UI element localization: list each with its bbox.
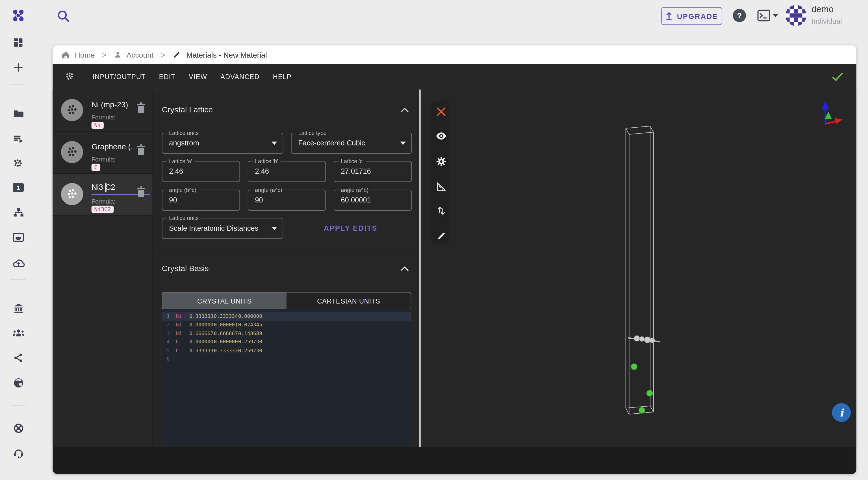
lattice-c-input[interactable]: Lattice 'c' 27.01716 (334, 161, 412, 182)
home-icon[interactable] (61, 50, 70, 59)
formula-chip: Ni (92, 122, 104, 129)
designer-content: Ni (mp-23) Formula: Ni Gr (53, 90, 856, 447)
breadcrumb-account[interactable]: Account (127, 50, 154, 59)
svg-text:1: 1 (17, 184, 20, 191)
materials-designer-app: 1 (0, 0, 868, 480)
angle-ab-input[interactable]: angle (a^b) 60.00001 (334, 190, 412, 211)
lattice-units-select[interactable]: Lattice units angstrom (162, 133, 283, 153)
media-icon[interactable] (11, 230, 25, 244)
crystal-scene[interactable] (421, 90, 857, 447)
explore-wheel-icon[interactable] (11, 421, 25, 435)
molecule-icon (64, 71, 76, 83)
card-bottom-strip (53, 447, 856, 474)
material-thumb (61, 183, 83, 205)
gray-atoms (634, 336, 655, 343)
team-icon[interactable] (11, 326, 25, 340)
jobs-list-icon[interactable] (11, 132, 25, 146)
search-icon[interactable] (56, 9, 70, 23)
materials-list: Ni (mp-23) Formula: Ni Gr (53, 90, 153, 447)
person-icon[interactable] (114, 50, 122, 59)
menu-help[interactable]: HELP (273, 73, 291, 81)
globe-icon[interactable] (11, 376, 25, 390)
angle-bc-input[interactable]: angle (b^c) 90 (162, 190, 240, 211)
main-card: Home > Account > Materials - New Materia… (53, 45, 856, 474)
scale-mode-select[interactable]: Lattice units Scale Interatomic Distance… (162, 218, 283, 239)
material-item[interactable]: Ni (mp-23) Formula: Ni (53, 90, 152, 132)
share-icon[interactable] (11, 351, 25, 365)
axes-gizmo (822, 101, 843, 124)
material-thumb (61, 141, 83, 163)
angle-ac-input[interactable]: angle (a^c) 90 (248, 190, 326, 211)
upgrade-button[interactable]: UPGRADE (661, 7, 722, 25)
menu-advanced[interactable]: ADVANCED (220, 73, 259, 81)
chevron-right-icon: > (102, 50, 106, 59)
user-name[interactable]: demo (811, 4, 834, 14)
basis-units-tabs: CRYSTAL UNITS CARTESIAN UNITS (162, 292, 411, 310)
lattice-b-input[interactable]: Lattice 'b' 2.46 (248, 161, 326, 182)
apply-edits-button[interactable]: APPLY EDITS (319, 218, 382, 238)
basis-row[interactable]: 6 (162, 355, 411, 363)
formula-chip: Ni3C2 (92, 206, 114, 213)
material-item[interactable]: Graphene (... Formula: C (53, 132, 152, 174)
menu-input-output[interactable]: INPUT/OUTPUT (93, 73, 146, 81)
material-name[interactable]: Graphene (... (92, 142, 137, 151)
tab-cartesian-units[interactable]: CARTESIAN UNITS (286, 293, 410, 310)
delete-material-icon[interactable] (136, 186, 146, 197)
add-new-icon[interactable] (11, 60, 25, 74)
chevron-right-icon: > (161, 50, 165, 59)
info-button[interactable]: i (832, 403, 851, 422)
terminal-caret-icon[interactable] (773, 14, 778, 17)
material-thumb (61, 99, 83, 121)
rail-divider (11, 406, 25, 406)
chevron-down-icon (272, 227, 277, 230)
basis-row[interactable]: 5 C 0.333333 0.333333 0.259730 (162, 346, 411, 355)
formula-label: Formula: (92, 114, 116, 121)
terminal-icon[interactable] (757, 9, 771, 22)
help-icon[interactable]: ? (733, 9, 746, 22)
bank-icon[interactable] (11, 301, 25, 315)
user-avatar[interactable] (785, 5, 807, 26)
materials-cluster-icon[interactable] (11, 156, 25, 170)
viewer-3d: i (421, 90, 857, 447)
breadcrumb-current: Materials - New Material (186, 50, 267, 59)
delete-material-icon[interactable] (136, 102, 146, 113)
collapse-basis-icon[interactable] (401, 267, 408, 271)
delete-material-icon[interactable] (136, 144, 146, 155)
basis-row[interactable]: 1 Ni 0.333333 0.333334 0.000000 (162, 312, 411, 320)
collapse-lattice-icon[interactable] (401, 108, 408, 112)
swap-axes-icon[interactable] (433, 203, 449, 218)
folder-icon[interactable] (11, 106, 25, 121)
editor-scrollbar[interactable] (419, 90, 421, 447)
settings-gear-icon[interactable] (433, 153, 449, 169)
dashboard-icon[interactable] (11, 35, 25, 50)
rail-divider (11, 84, 25, 85)
basis-row[interactable]: 2 Ni 0.000000 0.000001 0.074345 (162, 320, 411, 329)
lattice-type-select[interactable]: Lattice type Face-centered Cubic (291, 133, 412, 153)
breadcrumb: Home > Account > Materials - New Materia… (53, 45, 856, 64)
visibility-eye-icon[interactable] (433, 128, 449, 144)
cloud-upload-icon[interactable] (11, 255, 25, 270)
support-headset-icon[interactable] (11, 446, 25, 460)
measure-ruler-icon[interactable] (433, 179, 449, 194)
basis-code-editor[interactable]: 1 Ni 0.333333 0.333334 0.000000 2 Ni 0.0… (162, 309, 411, 447)
material-item-selected[interactable]: Ni3 C2 Formula: Ni3C2 (53, 174, 152, 216)
crystal-basis-title: Crystal Basis (162, 264, 209, 272)
material-name[interactable]: Ni (mp-23) (92, 100, 128, 109)
edit-pencil-icon[interactable] (433, 228, 449, 243)
close-icon[interactable] (433, 104, 449, 119)
menu-view[interactable]: VIEW (189, 73, 207, 81)
formula-label: Formula: (92, 156, 116, 163)
rail-divider (11, 279, 25, 280)
one-badge-icon[interactable]: 1 (11, 180, 25, 195)
basis-row[interactable]: 4 C 0.000000 0.000000 0.259730 (162, 338, 411, 346)
mat3ra-logo-icon[interactable] (11, 8, 25, 23)
save-check-icon[interactable] (832, 73, 843, 81)
menu-edit[interactable]: EDIT (159, 73, 176, 81)
workflows-sitemap-icon[interactable] (11, 205, 25, 220)
lattice-a-input[interactable]: Lattice 'a' 2.46 (162, 161, 240, 182)
basis-row[interactable]: 3 Ni 0.666667 0.666667 0.148689 (162, 329, 411, 337)
section-divider (153, 251, 421, 252)
tab-crystal-units[interactable]: CRYSTAL UNITS (162, 293, 286, 310)
breadcrumb-home[interactable]: Home (75, 50, 95, 59)
user-plan: Individual (811, 17, 842, 25)
